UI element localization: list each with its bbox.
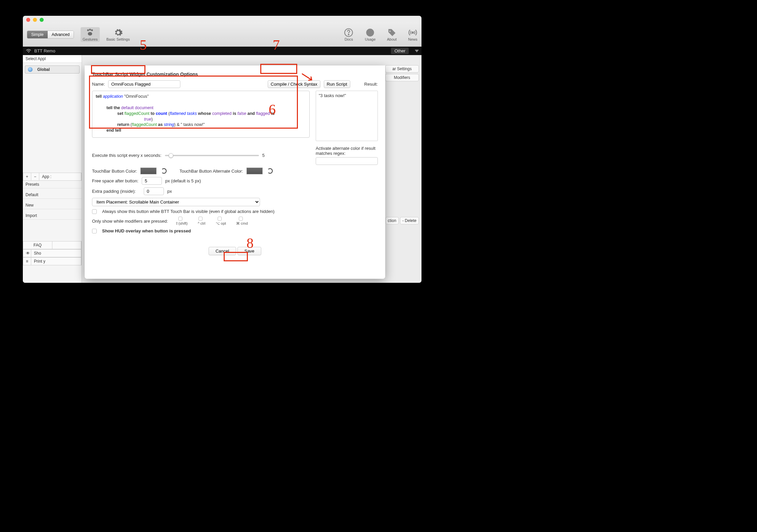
dialog-title: TouchBar Script Widget Customization Opt… [92, 72, 378, 77]
paw-icon [85, 28, 95, 37]
usage-button[interactable]: Usage [365, 28, 375, 41]
padding-label: Extra padding (inside): [92, 189, 136, 194]
app-settings-button[interactable]: App : [39, 173, 81, 180]
name-input[interactable] [108, 80, 180, 88]
add-app-button[interactable]: + [23, 173, 31, 180]
about-button[interactable]: About [387, 28, 397, 41]
padding-input[interactable] [144, 187, 164, 195]
preset-new[interactable]: New [23, 202, 82, 209]
global-row[interactable]: Global [25, 65, 80, 74]
app-window: Simple Advanced Gestures Basic Settings … [23, 16, 421, 283]
hud-checkbox[interactable] [92, 229, 97, 233]
gear-icon [114, 28, 123, 37]
run-script-button[interactable]: Run Script [324, 80, 350, 88]
arrow-icon [302, 73, 315, 82]
delete-button[interactable]: - Delete [400, 217, 419, 224]
bar-settings-button[interactable]: ar Settings [385, 65, 419, 73]
regex-label: Activate alternate color if result match… [316, 146, 378, 156]
exec-interval-value: 5 [262, 153, 265, 158]
always-show-checkbox[interactable] [92, 209, 97, 214]
callout-6: 6 [269, 101, 276, 118]
alt-color-well[interactable] [247, 168, 263, 174]
mod-ctrl-checkbox[interactable] [198, 217, 203, 221]
pie-icon [365, 28, 375, 37]
cancel-button[interactable]: Cancel [209, 247, 236, 255]
script-widget-dialog: TouchBar Script Widget Customization Opt… [85, 65, 385, 279]
zoom-icon[interactable] [40, 18, 44, 22]
close-icon[interactable] [26, 18, 30, 22]
svg-point-0 [87, 29, 89, 31]
free-space-label: Free space after button: [92, 178, 138, 183]
free-space-input[interactable] [142, 177, 162, 185]
behind-sheet-controls: ar Settings Modifiers ction - Delete [385, 55, 421, 224]
padding-suffix: px [167, 189, 172, 194]
app-list-item[interactable]: BTT Remo [34, 48, 55, 53]
docs-button[interactable]: Docs [344, 28, 353, 41]
advanced-button[interactable]: Advanced [48, 31, 74, 38]
preset-import[interactable]: Import [23, 212, 82, 220]
toolbar: Simple Advanced Gestures Basic Settings … [23, 23, 421, 47]
svg-point-6 [412, 32, 414, 33]
free-space-suffix: px (default is 5 px) [165, 178, 201, 183]
svg-point-1 [89, 29, 91, 30]
svg-point-5 [348, 34, 349, 35]
button-color-well[interactable] [140, 168, 157, 174]
name-label: Name: [92, 82, 105, 87]
view-mode-segment[interactable]: Simple Advanced [27, 31, 74, 39]
regex-input[interactable] [316, 157, 378, 165]
svg-point-2 [91, 29, 93, 31]
callout-5: 5 [140, 37, 147, 53]
modifiers-button[interactable]: Modifiers [385, 74, 419, 81]
always-show-label: Always show this button while BTT Touch … [102, 209, 274, 214]
dropdown-icon[interactable] [415, 50, 419, 52]
svg-point-3 [88, 32, 92, 36]
basic-settings-label: Basic Settings [106, 37, 130, 41]
preset-default[interactable]: Default [23, 191, 82, 199]
result-label: Result: [364, 82, 378, 87]
reset-color-icon[interactable] [161, 168, 167, 174]
simple-button[interactable]: Simple [27, 31, 48, 38]
result-box: "3 tasks now!" [316, 91, 378, 141]
titlebar [23, 16, 421, 23]
remove-app-button[interactable]: − [31, 173, 39, 180]
hud-label: Show HUD overlay when button is pressed [102, 228, 191, 233]
print-button[interactable]: Print y [31, 258, 81, 265]
eye-icon: 👁 [23, 250, 31, 257]
list-icon: ≡ [23, 258, 31, 265]
wifi-icon [26, 48, 32, 54]
gestures-label: Gestures [83, 37, 98, 41]
broadcast-icon [408, 28, 417, 37]
only-show-label: Only show while modifiers are pressed: [92, 219, 168, 224]
callout-8: 8 [247, 235, 254, 251]
button-color-label: TouchBar Button Color: [92, 169, 137, 174]
tag-icon [387, 28, 397, 37]
help-icon [344, 28, 353, 37]
sidebar: Select Appl Global + − App : Presets Def… [23, 55, 82, 283]
placement-select[interactable]: Item Placement: Scrollable Main Containe… [92, 198, 260, 206]
mod-shift-checkbox[interactable] [178, 217, 182, 221]
alt-color-label: TouchBar Button Alternate Color: [179, 169, 243, 174]
callout-7: 7 [273, 37, 280, 53]
mod-opt-checkbox[interactable] [218, 217, 222, 221]
presets-header: Presets [23, 181, 82, 188]
script-editor[interactable]: tell application "OmniFocus" tell the de… [92, 91, 310, 138]
news-button[interactable]: News [408, 28, 417, 41]
other-tab[interactable]: Other [391, 48, 409, 54]
faq-button[interactable]: FAQ [23, 241, 52, 249]
minimize-icon[interactable] [33, 18, 37, 22]
reset-alt-color-icon[interactable] [267, 168, 273, 174]
show-button[interactable]: Sho [31, 250, 81, 257]
basic-settings-tab[interactable]: Basic Settings [106, 28, 130, 41]
exec-interval-slider[interactable] [165, 155, 259, 156]
globe-icon [28, 67, 33, 72]
action-button[interactable]: ction [386, 217, 399, 224]
select-app-row[interactable]: Select Appl [23, 55, 82, 63]
gestures-tab[interactable]: Gestures [81, 27, 100, 42]
exec-interval-label: Execute this script every x seconds: [92, 153, 162, 158]
mod-cmd-checkbox[interactable] [239, 217, 243, 221]
app-list-bar: BTT Remo Other [23, 47, 421, 55]
